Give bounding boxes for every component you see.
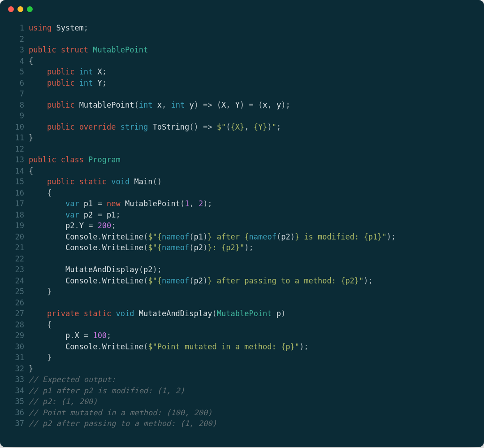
line-number: 15	[0, 176, 24, 187]
token-str: $"	[148, 276, 157, 285]
line-number: 28	[0, 319, 24, 331]
line-number: 4	[0, 56, 24, 67]
token-str: {p1}	[363, 232, 382, 241]
token-kw: public	[47, 122, 74, 131]
token-punct: (	[189, 232, 194, 241]
line-number: 19	[0, 220, 24, 231]
line-number: 8	[0, 100, 24, 111]
code-line: public class Program	[29, 154, 475, 165]
token-id: y	[277, 100, 281, 109]
code-line: public int X;	[29, 66, 475, 78]
line-number: 13	[0, 154, 24, 165]
token-fn: WriteLine	[102, 342, 143, 351]
token-punct: )	[203, 243, 207, 252]
token-id: x	[157, 100, 162, 109]
token-kw: static	[84, 309, 111, 318]
token-id: p2	[143, 265, 152, 274]
token-punct: ,	[226, 100, 235, 109]
token-punct: (	[143, 243, 148, 252]
token-str: }	[207, 232, 212, 241]
token-punct: ;	[111, 221, 116, 230]
token-id: Console	[65, 276, 98, 285]
token-fn: MutablePoint	[79, 100, 134, 109]
minimize-icon[interactable]	[17, 6, 23, 12]
code-line: }	[29, 286, 475, 297]
line-number: 10	[0, 122, 24, 133]
code-line: Console.WriteLine($"{nameof(p1)} after {…	[29, 231, 475, 243]
token-op: =>	[203, 122, 212, 131]
line-number: 36	[0, 407, 24, 418]
token-punct: )	[267, 122, 272, 131]
token-kw2: void	[116, 309, 134, 318]
token-id: p2	[194, 243, 203, 252]
token-kw2: var	[65, 210, 79, 219]
code-line: MutateAndDisplay(p2);	[29, 264, 475, 275]
code-line: }	[29, 352, 475, 363]
token-punct: {	[29, 166, 33, 175]
token-fn: MutablePoint	[125, 199, 180, 208]
token-kw2: int	[171, 100, 185, 109]
token-punct: {	[29, 57, 33, 65]
token-str: {Y}	[254, 122, 268, 131]
token-fn: Main	[134, 177, 153, 186]
code-line: using System;	[29, 22, 475, 34]
code-line: {	[29, 319, 475, 331]
token-punct: }	[47, 287, 52, 296]
token-kw: public	[47, 177, 74, 186]
token-id: X	[98, 67, 102, 76]
token-id: Console	[65, 342, 98, 351]
token-str: {	[157, 232, 162, 241]
token-id: X	[221, 100, 226, 109]
line-number: 3	[0, 44, 24, 56]
code-line: public static void Main()	[29, 176, 475, 187]
line-number: 6	[0, 78, 24, 89]
line-number: 9	[0, 110, 24, 122]
code-line: var p2 = p1;	[29, 209, 475, 221]
code-line	[29, 88, 475, 100]
token-punct: );	[387, 232, 396, 241]
token-id: p2	[281, 232, 290, 241]
token-str: }	[207, 243, 212, 252]
token-op: =	[98, 210, 102, 219]
code-window: 1234567891011121314151617181920212223242…	[0, 0, 484, 447]
token-str: "	[295, 342, 299, 351]
token-id: y	[189, 100, 194, 109]
token-str: "	[359, 276, 363, 285]
zoom-icon[interactable]	[27, 6, 33, 12]
token-punct: ()	[189, 122, 203, 131]
token-str: $"	[148, 243, 157, 252]
token-str: "	[382, 232, 386, 241]
line-number: 24	[0, 275, 24, 287]
line-number: 25	[0, 286, 24, 297]
close-icon[interactable]	[8, 6, 14, 12]
token-punct: ;	[277, 122, 281, 131]
token-id: Y	[235, 100, 240, 109]
token-punct: (	[134, 100, 138, 109]
token-kw2: nameof	[249, 232, 276, 241]
line-number: 5	[0, 66, 24, 78]
token-id: p1	[194, 232, 203, 241]
token-punct: (	[143, 232, 148, 241]
line-number: 7	[0, 88, 24, 100]
token-punct: .	[74, 221, 79, 230]
code-line: {	[29, 56, 475, 67]
token-num: 100	[93, 331, 107, 340]
token-kw: new	[107, 199, 121, 208]
token-op: =>	[203, 100, 212, 109]
token-kw: public	[29, 45, 56, 54]
token-cmt: // p2: (1, 200)	[29, 397, 98, 406]
token-kw: public	[47, 78, 74, 87]
token-punct: .	[98, 342, 102, 351]
code-line: {	[29, 187, 475, 199]
token-punct: (	[212, 309, 217, 318]
token-id: Y	[98, 78, 102, 87]
token-str: {	[157, 243, 162, 252]
token-str: after	[212, 232, 245, 241]
token-cmt: // p1 after p2 is modified: (1, 2)	[29, 386, 185, 395]
token-id: p1	[84, 199, 93, 208]
token-kw2: int	[79, 67, 93, 76]
token-kw: static	[79, 177, 107, 186]
token-kw: public	[47, 100, 74, 109]
token-op: =	[249, 100, 254, 109]
token-id: Console	[65, 232, 98, 241]
